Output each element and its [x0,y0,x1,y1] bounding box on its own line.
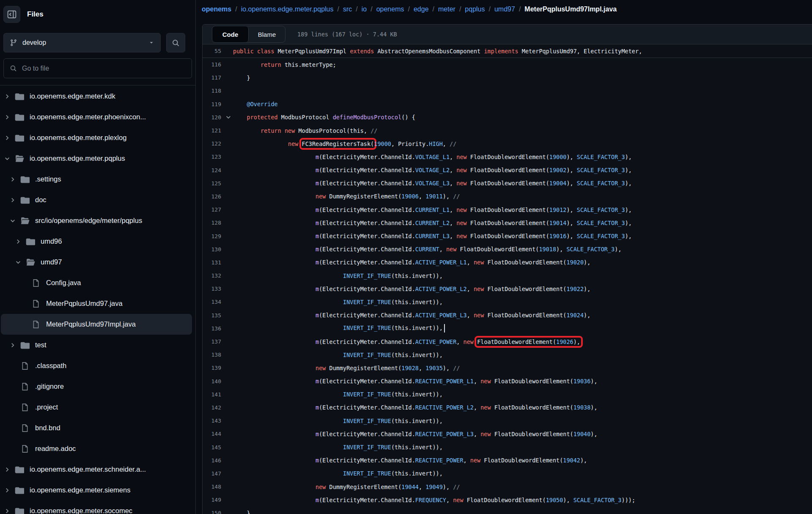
line-number[interactable]: 143 [203,418,224,424]
collapse-sidebar-button[interactable] [3,6,20,23]
code-text: new DummyRegisterElement(19044, 19049), … [233,484,460,490]
tree-item-io-openems-edge-meter-phoenixcon-[interactable]: io.openems.edge.meter.phoenixcon... [1,107,192,127]
line-number[interactable]: 137 [203,338,224,345]
go-to-file-input[interactable]: Go to file [3,58,192,78]
line-number[interactable]: 138 [203,352,224,358]
breadcrumb-link-umd97[interactable]: umd97 [494,5,515,13]
chevron-right-icon[interactable] [14,239,22,245]
line-number[interactable]: 134 [203,299,224,305]
tree-item-bnd-bnd[interactable]: bnd.bnd [1,418,192,438]
line-number[interactable]: 120 [203,114,224,121]
line-number[interactable]: 128 [203,220,224,226]
tree-item-io-openems-edge-meter-kdk[interactable]: io.openems.edge.meter.kdk [1,86,192,107]
line-number[interactable]: 132 [203,272,224,279]
chevron-right-icon[interactable] [3,114,11,120]
breadcrumb-link-io-openems-edge-meter-pqplus[interactable]: io.openems.edge.meter.pqplus [241,5,334,13]
main-content: openems/io.openems.edge.meter.pqplus/src… [196,0,812,514]
tree-item-io-openems-edge-meter-socomec[interactable]: io.openems.edge.meter.socomec [1,500,192,514]
line-number[interactable]: 126 [203,193,224,200]
branch-selector[interactable]: develop [3,33,161,52]
chevron-down-icon[interactable] [14,259,22,265]
git-branch-icon [10,39,17,47]
tree-item-umd96[interactable]: umd96 [1,231,192,252]
tree-item--classpath[interactable]: .classpath [1,355,192,376]
file-icon [20,403,30,412]
line-number[interactable]: 148 [203,484,224,490]
tree-item--project[interactable]: .project [1,397,192,418]
tree-item-umd97[interactable]: umd97 [1,252,192,272]
line-number[interactable]: 136 [203,325,224,332]
line-number[interactable]: 117 [203,74,224,81]
chevron-right-icon[interactable] [3,93,11,99]
line-number[interactable]: 146 [203,457,224,464]
breadcrumb-link-pqplus[interactable]: pqplus [465,5,485,13]
line-number[interactable]: 129 [203,233,224,239]
breadcrumb-link-src[interactable]: src [343,5,352,13]
line-number[interactable]: 144 [203,431,224,437]
tree-item-doc[interactable]: doc [1,190,192,210]
tab-blame[interactable]: Blame [249,26,285,42]
line-number[interactable]: 140 [203,378,224,385]
file-icon [20,362,30,370]
chevron-right-icon[interactable] [3,135,11,141]
line-number[interactable]: 131 [203,259,224,266]
line-number[interactable]: 122 [203,140,224,147]
line-number[interactable]: 116 [203,61,224,68]
tree-item-config-java[interactable]: Config.java [1,272,192,293]
line-number[interactable]: 55 [203,48,224,54]
code-text: } [233,74,250,81]
line-number[interactable]: 145 [203,444,224,451]
line-number[interactable]: 147 [203,470,224,477]
tree-item-meterpqplusumd97-java[interactable]: MeterPqplusUmd97.java [1,293,192,314]
line-number[interactable]: 130 [203,246,224,253]
code-line-140: 140m(ElectricityMeter.ChannelId.REACTIVE… [203,375,812,388]
breadcrumb-separator: / [352,5,361,13]
code-text: m(ElectricityMeter.ChannelId.REACTIVE_PO… [233,378,598,385]
chevron-right-icon[interactable] [3,508,11,514]
tree-item-label: .gitignore [35,382,64,390]
tree-item--gitignore[interactable]: .gitignore [1,376,192,397]
breadcrumb-link-openems[interactable]: openems [376,5,404,13]
code-line-130: 130m(ElectricityMeter.ChannelId.CURRENT,… [203,243,812,256]
tree-item-readme-adoc[interactable]: readme.adoc [1,438,192,459]
breadcrumb-link-openems[interactable]: openems [202,5,231,13]
chevron-down-icon[interactable] [9,218,16,224]
line-number[interactable]: 133 [203,286,224,292]
tree-item--settings[interactable]: .settings [1,169,192,190]
tree-item-io-openems-edge-meter-schneider-a-[interactable]: io.openems.edge.meter.schneider.a... [1,459,192,480]
breadcrumb-link-edge[interactable]: edge [414,5,429,13]
code-text: m(ElectricityMeter.ChannelId.CURRENT, ne… [233,246,622,253]
line-number[interactable]: 141 [203,391,224,398]
chevron-right-icon[interactable] [3,487,11,493]
tree-item-io-openems-edge-meter-siemens[interactable]: io.openems.edge.meter.siemens [1,480,192,500]
line-number[interactable]: 150 [203,510,224,514]
line-number[interactable]: 142 [203,404,224,411]
chevron-right-icon[interactable] [9,342,16,348]
chevron-down-icon[interactable] [224,114,233,120]
line-number[interactable]: 119 [203,101,224,107]
line-number[interactable]: 135 [203,312,224,319]
chevron-right-icon[interactable] [3,467,11,473]
code-text: INVERT_IF_TRUE(this.invert)), [233,391,443,398]
line-number[interactable]: 123 [203,154,224,160]
tree-item-io-openems-edge-meter-pqplus[interactable]: io.openems.edge.meter.pqplus [1,148,192,169]
breadcrumb-link-io[interactable]: io [362,5,367,13]
search-this-repository-button[interactable] [166,33,185,52]
chevron-right-icon[interactable] [9,176,16,182]
tab-code[interactable]: Code [212,26,249,42]
line-number[interactable]: 118 [203,88,224,94]
code-line-116: 116return this.meterType; [203,58,812,71]
tree-item-src-io-openems-edge-meter-pqplus[interactable]: src/io/openems/edge/meter/pqplus [1,210,192,231]
breadcrumb-link-meter[interactable]: meter [438,5,455,13]
line-number[interactable]: 125 [203,180,224,187]
line-number[interactable]: 124 [203,167,224,173]
line-number[interactable]: 121 [203,127,224,134]
line-number[interactable]: 139 [203,365,224,371]
chevron-down-icon[interactable] [3,156,11,162]
tree-item-meterpqplusumd97impl-java[interactable]: MeterPqplusUmd97Impl.java [1,314,192,335]
line-number[interactable]: 127 [203,206,224,213]
line-number[interactable]: 149 [203,497,224,503]
tree-item-test[interactable]: test [1,335,192,355]
tree-item-io-openems-edge-meter-plexlog[interactable]: io.openems.edge.meter.plexlog [1,127,192,148]
chevron-right-icon[interactable] [9,197,16,203]
